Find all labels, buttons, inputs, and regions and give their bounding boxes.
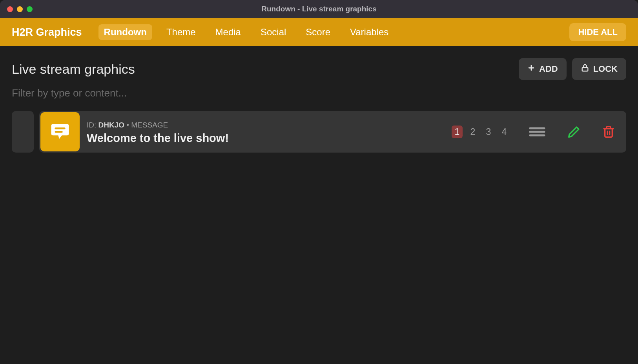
delete-button[interactable] <box>602 126 615 138</box>
tab-theme[interactable]: Theme <box>161 24 201 40</box>
hide-all-button[interactable]: HIDE ALL <box>569 23 626 41</box>
output-buttons: 1 2 3 4 <box>452 126 510 138</box>
content: Live stream graphics ADD L <box>0 46 638 164</box>
item-id: DHKJO <box>98 121 125 129</box>
lock-button-label: LOCK <box>593 64 618 74</box>
traffic-lights <box>0 6 33 12</box>
filter-input[interactable] <box>12 87 626 99</box>
item-meta: ID: DHKJO • MESSAGE Welcome to the live … <box>87 119 445 145</box>
lock-icon <box>581 64 589 75</box>
navbar: H2R Graphics Rundown Theme Media Social … <box>0 18 638 46</box>
rundown-item: ID: DHKJO • MESSAGE Welcome to the live … <box>39 111 626 153</box>
reorder-handle[interactable] <box>529 126 546 137</box>
tab-rundown[interactable]: Rundown <box>98 24 152 40</box>
content-header: Live stream graphics ADD L <box>12 58 626 80</box>
drag-handle-column[interactable] <box>12 111 34 153</box>
page-title: Live stream graphics <box>12 62 519 77</box>
tab-variables[interactable]: Variables <box>345 24 394 40</box>
output-1-button[interactable]: 1 <box>452 126 463 138</box>
close-window-button[interactable] <box>7 6 13 12</box>
item-id-row: ID: DHKJO • MESSAGE <box>87 121 445 129</box>
edit-button[interactable] <box>568 126 580 138</box>
tab-media[interactable]: Media <box>210 24 246 40</box>
output-2-button[interactable]: 2 <box>467 126 478 138</box>
plus-icon <box>527 64 535 74</box>
rundown-row: ID: DHKJO • MESSAGE Welcome to the live … <box>12 111 626 153</box>
brand-logo: H2R Graphics <box>12 26 82 38</box>
lock-button[interactable]: LOCK <box>572 58 626 80</box>
item-separator: • <box>124 121 131 129</box>
window-title: Rundown - Live stream graphics <box>261 5 377 13</box>
minimize-window-button[interactable] <box>17 6 23 12</box>
maximize-window-button[interactable] <box>27 6 33 12</box>
item-title: Welcome to the live show! <box>87 132 445 145</box>
titlebar: Rundown - Live stream graphics <box>0 0 638 18</box>
item-type: MESSAGE <box>131 121 168 129</box>
add-button-label: ADD <box>539 64 558 74</box>
tab-social[interactable]: Social <box>255 24 292 40</box>
svg-rect-2 <box>582 67 588 71</box>
output-4-button[interactable]: 4 <box>499 126 510 138</box>
header-actions: ADD LOCK <box>519 58 626 80</box>
item-id-prefix: ID: <box>87 121 98 129</box>
nav-tabs: Rundown Theme Media Social Score Variabl… <box>98 24 570 40</box>
output-3-button[interactable]: 3 <box>483 126 494 138</box>
add-button[interactable]: ADD <box>519 58 567 80</box>
message-icon <box>49 120 71 143</box>
tab-score[interactable]: Score <box>300 24 336 40</box>
item-actions <box>529 126 615 138</box>
item-type-icon-wrapper <box>40 112 80 151</box>
